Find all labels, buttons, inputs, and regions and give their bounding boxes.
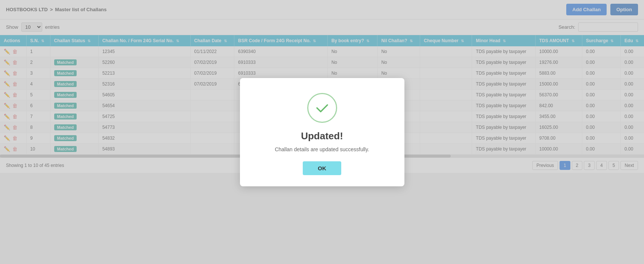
success-check-circle: [307, 93, 337, 123]
modal-title: Updated!: [251, 130, 393, 142]
modal-ok-button[interactable]: OK: [303, 161, 341, 173]
success-modal: Updated! Challan details are updated suc…: [240, 78, 404, 173]
modal-overlay: Updated! Challan details are updated suc…: [0, 0, 644, 173]
modal-message: Challan details are updated successfully…: [251, 146, 393, 152]
checkmark-icon: [314, 100, 330, 116]
